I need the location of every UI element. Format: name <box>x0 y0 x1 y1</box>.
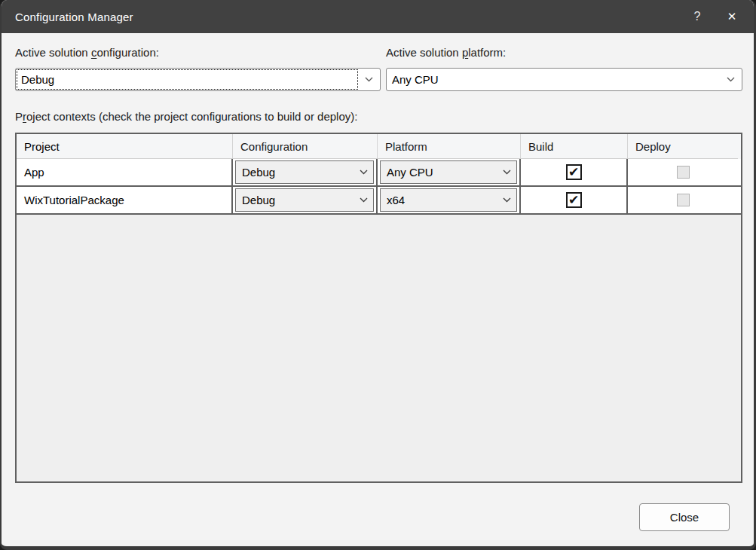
grid-header-row: Project Configuration Platform Build Dep… <box>17 134 741 159</box>
column-header-project[interactable]: Project <box>17 134 233 159</box>
dropdown-value[interactable]: Any CPU <box>388 70 719 89</box>
platform-dropdown[interactable]: x64 <box>380 188 517 212</box>
chevron-down-icon[interactable] <box>354 170 373 175</box>
chevron-down-icon[interactable] <box>357 69 380 90</box>
deploy-checkbox <box>677 166 690 179</box>
platform-dropdown[interactable]: Any CPU <box>380 160 517 184</box>
configuration-cell: Debug <box>233 159 378 185</box>
close-icon[interactable]: ✕ <box>715 0 749 33</box>
build-checkbox[interactable]: ✔ <box>566 164 582 180</box>
active-solution-platform-label: Active solution platform: <box>386 46 742 61</box>
platform-cell: x64 <box>378 187 521 213</box>
deploy-checkbox <box>677 194 690 206</box>
configuration-manager-dialog: Configuration Manager ? ✕ Active solutio… <box>0 0 756 550</box>
dropdown-value[interactable]: Debug <box>17 70 357 89</box>
project-name-cell[interactable]: App <box>17 159 233 185</box>
chevron-down-icon[interactable] <box>497 197 516 203</box>
project-contexts-grid: Project Configuration Platform Build Dep… <box>15 133 742 483</box>
dialog-body: Active solution configuration: Active so… <box>2 33 754 531</box>
active-solution-platform-dropdown[interactable]: Any CPU <box>386 68 742 91</box>
titlebar: Configuration Manager ? ✕ <box>2 0 754 33</box>
project-name-cell[interactable]: WixTutorialPackage <box>17 187 233 213</box>
project-contexts-label: Project contexts (check the project conf… <box>15 110 744 125</box>
active-solution-configuration-dropdown[interactable]: Debug <box>15 68 381 91</box>
chevron-down-icon[interactable] <box>354 197 373 203</box>
column-header-platform[interactable]: Platform <box>378 134 521 159</box>
dropdown-value: x64 <box>381 194 497 206</box>
chevron-down-icon[interactable] <box>497 170 516 175</box>
build-cell: ✔ <box>521 187 628 213</box>
chevron-down-icon[interactable] <box>719 69 742 90</box>
dialog-footer: Close <box>15 483 744 531</box>
configuration-dropdown[interactable]: Debug <box>235 188 374 212</box>
column-header-configuration[interactable]: Configuration <box>233 134 378 159</box>
active-solution-configuration-label: Active solution configuration: <box>15 46 381 61</box>
configuration-cell: Debug <box>233 187 378 213</box>
table-row: WixTutorialPackage Debug x64 ✔ <box>17 187 741 215</box>
platform-cell: Any CPU <box>378 159 521 185</box>
table-row: App Debug Any CPU ✔ <box>17 159 741 187</box>
grid-empty-area <box>17 215 741 481</box>
build-checkbox[interactable]: ✔ <box>566 192 582 208</box>
column-header-deploy[interactable]: Deploy <box>628 134 738 159</box>
dropdown-value: Debug <box>236 166 354 179</box>
help-icon[interactable]: ? <box>680 0 715 33</box>
dropdown-value: Any CPU <box>381 166 497 179</box>
dropdown-value: Debug <box>236 194 354 206</box>
window-title: Configuration Manager <box>2 11 680 23</box>
configuration-dropdown[interactable]: Debug <box>235 160 374 184</box>
deploy-cell <box>628 187 738 213</box>
build-cell: ✔ <box>521 159 628 185</box>
close-button[interactable]: Close <box>639 503 730 531</box>
deploy-cell <box>628 159 738 185</box>
column-header-build[interactable]: Build <box>521 134 628 159</box>
